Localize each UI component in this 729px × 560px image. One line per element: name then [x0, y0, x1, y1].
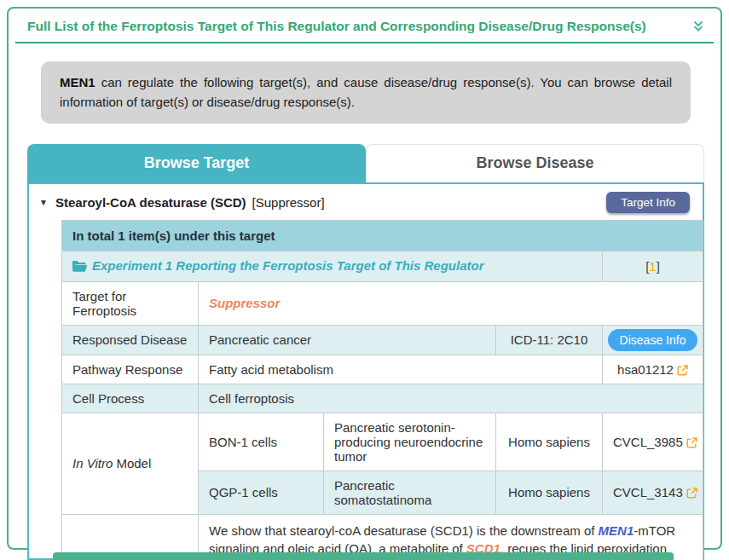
regulator-name: MEN1: [60, 75, 95, 89]
experiment-cell[interactable]: Experiment 1 Reporting the Ferroptosis T…: [62, 251, 603, 281]
header-divider: [15, 42, 714, 43]
species: Homo sapiens: [496, 471, 603, 514]
pathway-response-row: Pathway Response Fatty acid metabolism h…: [62, 355, 703, 384]
suppressor-value: Suppressor: [209, 296, 280, 310]
external-link-icon: [677, 365, 688, 376]
tab-browse-disease[interactable]: Browse Disease: [366, 144, 704, 182]
section-header: Full List of the Ferroptosis Target of T…: [9, 9, 720, 42]
external-link-icon: [686, 437, 697, 448]
reference-number[interactable]: 1: [649, 259, 656, 274]
chevron-double-down-icon[interactable]: [690, 18, 707, 35]
tab-bar: Browse Target Browse Disease: [27, 144, 704, 182]
tab-browse-target[interactable]: Browse Target: [27, 144, 366, 182]
in-vitro-rest: Model: [113, 456, 151, 471]
disease-value: Pancreatic cancer: [199, 325, 496, 355]
experiment-label: Experiment 1 Reporting the Ferroptosis T…: [92, 258, 484, 273]
pathway-value: Fatty acid metabolism: [199, 355, 603, 384]
cell-line: QGP-1 cells: [199, 471, 324, 514]
cell-process-value: Cell ferroptosis: [199, 384, 703, 413]
pathway-link[interactable]: hsa01212: [617, 362, 688, 377]
target-name: Stearoyl-CoA desaturase (SCD): [55, 195, 246, 210]
external-link-icon: [686, 488, 697, 499]
target-row[interactable]: ▼ Stearoyl-CoA desaturase (SCD) [Suppres…: [29, 184, 703, 220]
row-label: Pathway Response: [62, 355, 199, 384]
cell-line: BON-1 cells: [199, 413, 324, 471]
bracket-close: ]: [657, 259, 660, 274]
cell-line-description: Pancreatic serotonin-producing neuroendo…: [324, 413, 496, 471]
target-info-button[interactable]: Target Info: [606, 192, 690, 213]
row-label: In Vitro Model: [62, 413, 199, 514]
row-label: Target for Ferroptosis: [62, 281, 199, 325]
pathway-link-text[interactable]: hsa01212: [617, 362, 674, 377]
disease-info-button[interactable]: Disease Info: [608, 329, 698, 351]
next-section-bar: [53, 552, 674, 560]
cell-line-description: Pancreatic somatostatinoma: [324, 471, 496, 514]
in-vitro-model-row-1: In Vitro Model BON-1 cells Pancreatic se…: [62, 413, 703, 471]
cvcl-link-text[interactable]: CVCL_3143: [613, 485, 683, 499]
cvcl-link[interactable]: CVCL_3985: [613, 435, 697, 449]
intro-text: MEN1 can regulate the following target(s…: [41, 61, 691, 124]
summary-text: In total 1 item(s) under this target: [62, 220, 703, 251]
cvcl-link[interactable]: CVCL_3143: [613, 485, 697, 499]
row-label: Responsed Disease: [62, 325, 199, 355]
cell-process-row: Cell Process Cell ferroptosis: [62, 384, 703, 413]
reference-link[interactable]: [1]: [645, 259, 660, 274]
ferroptosis-target-panel: Full List of the Ferroptosis Target of T…: [7, 7, 722, 550]
experiment-row[interactable]: Experiment 1 Reporting the Ferroptosis T…: [62, 251, 703, 281]
target-detail-table: In total 1 item(s) under this target Exp…: [61, 220, 703, 560]
cvcl-link-text[interactable]: CVCL_3985: [613, 435, 683, 449]
section-title: Full List of the Ferroptosis Target of T…: [27, 19, 646, 34]
disease-info-cell: Disease Info: [603, 325, 703, 355]
intro-description: can regulate the following target(s), an…: [60, 75, 672, 109]
folder-icon: [72, 260, 87, 274]
responsed-disease-row: Responsed Disease Pancreatic cancer ICD-…: [62, 325, 703, 355]
experiment-ref-cell: [1]: [603, 251, 703, 281]
table-summary-row: In total 1 item(s) under this target: [62, 220, 703, 251]
in-vitro-italic: In Vitro: [72, 456, 113, 471]
species: Homo sapiens: [496, 413, 603, 471]
row-label: Cell Process: [62, 384, 199, 413]
tab-content-panel: ▼ Stearoyl-CoA desaturase (SCD) [Suppres…: [27, 182, 704, 560]
collapse-arrow-icon[interactable]: ▼: [38, 198, 49, 207]
icd-code: ICD-11: 2C10: [496, 325, 603, 355]
target-role: [Suppressor]: [252, 195, 325, 210]
target-for-ferroptosis-row: Target for Ferroptosis Suppressor: [62, 281, 703, 325]
